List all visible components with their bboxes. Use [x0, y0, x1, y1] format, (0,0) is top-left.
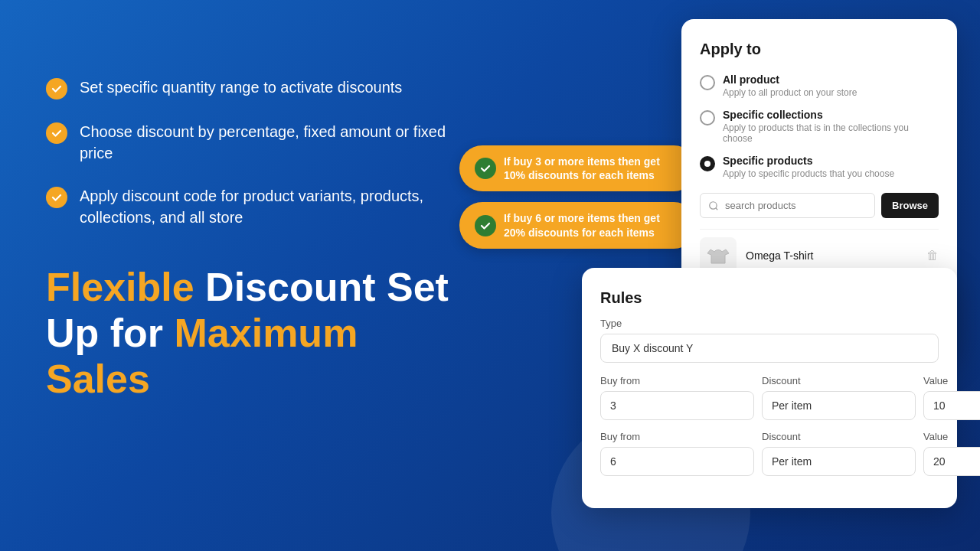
type-input[interactable]: [600, 334, 939, 363]
radio-item-specific-collections[interactable]: Specific collections Apply to products t…: [700, 109, 939, 144]
feature-item-1: Set specific quantity range to activate …: [46, 77, 475, 99]
product-name-tshirt: Omega T-shirt: [746, 249, 917, 262]
field-group-buy-from-2: Buy from: [600, 431, 754, 476]
check-icon-2: [46, 122, 67, 144]
radio-group: All product Apply to all product on your…: [700, 73, 939, 179]
browse-button[interactable]: Browse: [881, 193, 939, 218]
headline-maximum: Maximum: [175, 311, 358, 355]
buy-from-label-2: Buy from: [600, 431, 754, 442]
headline-discount-set: Discount Set: [194, 265, 449, 309]
apply-card-title: Apply to: [700, 41, 939, 58]
left-panel: Set specific quantity range to activate …: [46, 77, 475, 402]
value-label-2: Value: [923, 431, 980, 442]
field-group-discount-1: Discount: [762, 375, 916, 420]
radio-label-group-collections: Specific collections Apply to products t…: [723, 109, 939, 144]
buy-from-label-1: Buy from: [600, 375, 754, 386]
fields-row-1: Buy from Discount Value: [600, 375, 939, 420]
value-input-2[interactable]: [923, 447, 980, 476]
field-group-value-2: Value: [923, 431, 980, 476]
headline: Flexible Discount Set Up for Maximum Sal…: [46, 265, 475, 402]
check-icon-3: [46, 187, 67, 208]
delete-icon-tshirt[interactable]: 🗑: [926, 249, 939, 262]
check-icon-1: [46, 78, 67, 99]
value-input-1[interactable]: [923, 391, 980, 420]
feature-text-1: Set specific quantity range to activate …: [80, 77, 402, 98]
badge-text-1: If buy 3 or more items then get 10% disc…: [504, 155, 681, 182]
badge-1: If buy 3 or more items then get 10% disc…: [459, 145, 697, 191]
badge-check-icon-1: [475, 158, 496, 179]
discount-input-1[interactable]: [762, 391, 916, 420]
fields-row-2: Buy from Discount Value: [600, 431, 939, 476]
radio-desc-specific-collections: Apply to products that is in the collect…: [723, 122, 939, 144]
radio-desc-specific-products: Apply to specific products that you choo…: [723, 168, 894, 179]
radio-label-specific-collections: Specific collections: [723, 109, 939, 121]
radio-circle-specific-products[interactable]: [700, 156, 715, 171]
feature-list: Set specific quantity range to activate …: [46, 77, 475, 228]
field-group-value-1: Value: [923, 375, 980, 420]
badge-2: If buy 6 or more items then get 20% disc…: [459, 202, 697, 248]
buy-from-input-2[interactable]: [600, 447, 754, 476]
headline-flexible: Flexible: [46, 265, 194, 309]
feature-item-2: Choose discount by percentage, fixed amo…: [46, 121, 475, 164]
headline-sales: Sales: [46, 357, 150, 401]
buy-from-input-1[interactable]: [600, 391, 754, 420]
field-group-discount-2: Discount: [762, 431, 916, 476]
value-label-1: Value: [923, 375, 980, 386]
feature-text-3: Apply discount code for product variants…: [80, 185, 475, 228]
discount-input-2[interactable]: [762, 447, 916, 476]
rules-title: Rules: [600, 289, 939, 307]
radio-circle-all-product[interactable]: [700, 75, 715, 90]
feature-text-2: Choose discount by percentage, fixed amo…: [80, 121, 475, 164]
radio-label-group-products: Specific products Apply to specific prod…: [723, 155, 894, 179]
radio-item-all-product[interactable]: All product Apply to all product on your…: [700, 73, 939, 98]
search-row: Browse: [700, 193, 939, 218]
radio-desc-all-product: Apply to all product on your store: [723, 87, 857, 98]
type-label: Type: [600, 318, 939, 329]
radio-label-group-all: All product Apply to all product on your…: [723, 73, 857, 98]
discount-label-1: Discount: [762, 375, 916, 386]
radio-label-specific-products: Specific products: [723, 155, 894, 167]
headline-up-for: Up for: [46, 311, 175, 355]
radio-label-all-product: All product: [723, 73, 857, 86]
badge-text-2: If buy 6 or more items then get 20% disc…: [504, 211, 681, 239]
rules-card: Rules Type Buy from Discount Value Buy f…: [582, 268, 957, 508]
radio-item-specific-products[interactable]: Specific products Apply to specific prod…: [700, 155, 939, 179]
search-input[interactable]: [700, 193, 875, 218]
radio-circle-specific-collections[interactable]: [700, 110, 715, 126]
badge-container: If buy 3 or more items then get 10% disc…: [459, 145, 697, 259]
discount-label-2: Discount: [762, 431, 916, 442]
field-group-buy-from-1: Buy from: [600, 375, 754, 420]
badge-check-icon-2: [475, 215, 496, 236]
feature-item-3: Apply discount code for product variants…: [46, 185, 475, 228]
